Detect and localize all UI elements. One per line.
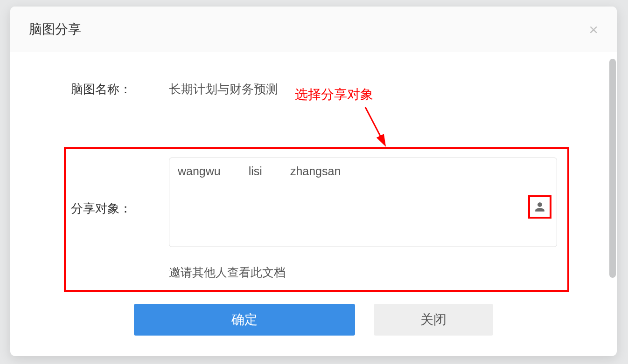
- share-target-input[interactable]: wangwu lisi zhangsan: [169, 158, 557, 247]
- share-user: wangwu: [178, 165, 221, 178]
- dialog-footer: 确定 关闭: [10, 304, 617, 336]
- svg-line-0: [365, 107, 384, 143]
- ok-button[interactable]: 确定: [134, 304, 355, 336]
- dialog-title: 脑图分享: [29, 21, 81, 38]
- share-dialog: 脑图分享 × 脑图名称： 长期计划与财务预测 选择分享对象 分享对象： wang…: [10, 7, 617, 356]
- annotation-text: 选择分享对象: [295, 86, 373, 103]
- share-user: zhangsan: [290, 165, 341, 178]
- share-user-list: wangwu lisi zhangsan: [178, 165, 548, 178]
- annotation-arrow-icon: [358, 103, 396, 150]
- dialog-body: 脑图名称： 长期计划与财务预测 选择分享对象 分享对象： wangwu lisi…: [10, 52, 617, 356]
- person-icon: [534, 201, 545, 213]
- mindmap-name-row: 脑图名称： 长期计划与财务预测: [71, 81, 278, 97]
- mindmap-name-label: 脑图名称：: [71, 81, 169, 97]
- close-button[interactable]: 关闭: [374, 304, 493, 336]
- scrollbar[interactable]: [609, 59, 616, 278]
- share-user: lisi: [249, 165, 262, 178]
- share-target-label: 分享对象：: [71, 200, 132, 217]
- pick-user-button[interactable]: [528, 195, 551, 219]
- mindmap-name-value: 长期计划与财务预测: [169, 81, 278, 97]
- share-hint-text: 邀请其他人查看此文档: [169, 265, 286, 280]
- close-icon[interactable]: ×: [589, 21, 598, 37]
- dialog-header: 脑图分享 ×: [10, 7, 617, 52]
